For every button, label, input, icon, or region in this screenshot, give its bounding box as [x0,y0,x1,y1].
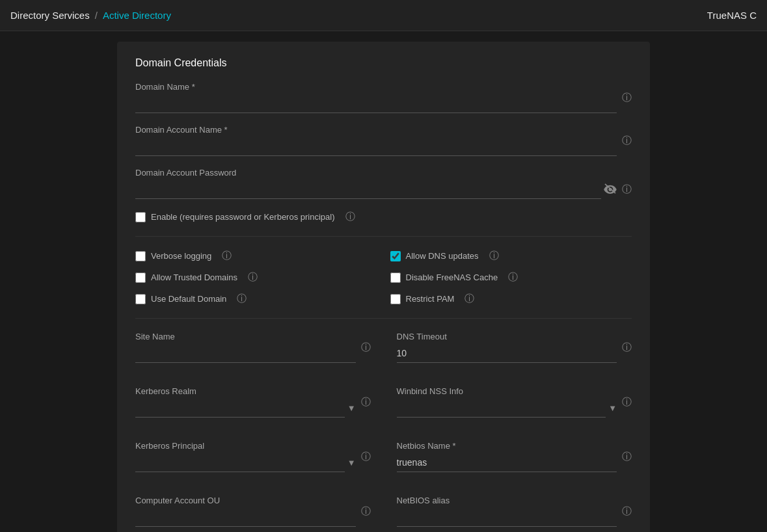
verbose-logging-checkbox[interactable] [135,251,146,261]
advanced-grid: Site Name ⓘ DNS Timeout ⓘ [135,332,632,532]
verbose-logging-help-icon[interactable]: ⓘ [222,250,232,262]
winbind-nss-info-group: Winbind NSS Info ▼ ⓘ [397,386,632,418]
breadcrumb-root[interactable]: Directory Services [10,10,90,21]
domain-name-help-icon[interactable]: ⓘ [622,92,632,104]
kerberos-realm-chevron-icon[interactable]: ▼ [347,403,356,413]
winbind-nss-info-help-icon[interactable]: ⓘ [622,396,632,408]
brand-name: TrueNAS C [707,10,757,21]
netbios-alias-input[interactable] [397,508,617,527]
computer-account-ou-help-icon[interactable]: ⓘ [361,505,371,518]
allow-dns-updates-label: Allow DNS updates [406,251,479,261]
password-visibility-toggle-icon[interactable] [604,183,617,196]
winbind-nss-info-label: Winbind NSS Info [397,386,617,396]
domain-account-name-group: Domain Account Name * ⓘ [135,125,632,156]
domain-account-name-label: Domain Account Name * [135,125,617,135]
domain-name-field-wrap: Domain Name * [135,82,617,113]
enable-checkbox-item[interactable]: Enable (requires password or Kerberos pr… [135,211,632,223]
dns-timeout-group: DNS Timeout ⓘ [397,332,632,363]
divider-1 [135,236,632,237]
allow-trusted-domains-item[interactable]: Allow Trusted Domains ⓘ [135,271,377,284]
kerberos-realm-help-icon[interactable]: ⓘ [361,396,371,408]
breadcrumb-current: Active Directory [103,10,171,21]
kerberos-principal-label: Kerberos Principal [135,441,356,451]
dns-timeout-help-icon[interactable]: ⓘ [622,341,632,354]
domain-name-group: Domain Name * ⓘ [135,82,632,113]
use-default-domain-item[interactable]: Use Default Domain ⓘ [135,293,377,305]
allow-trusted-domains-checkbox[interactable] [135,273,146,283]
netbios-name-help-icon[interactable]: ⓘ [622,451,632,463]
domain-account-password-label: Domain Account Password [135,168,632,178]
enable-checkbox[interactable] [135,212,146,222]
options-checkbox-grid: Verbose logging ⓘ Allow DNS updates ⓘ Al… [135,250,632,305]
winbind-nss-info-dropdown-row: ▼ [397,399,617,418]
netbios-name-label: Netbios Name * [397,441,617,451]
allow-dns-updates-checkbox[interactable] [390,251,401,261]
disable-freenas-cache-checkbox[interactable] [390,273,401,283]
winbind-nss-info-input[interactable] [397,399,606,418]
site-name-input[interactable] [135,344,356,363]
kerberos-principal-dropdown-row: ▼ [135,453,356,472]
netbios-alias-group: NetBIOS alias ⓘ [397,496,632,527]
netbios-name-input[interactable] [397,453,617,472]
divider-2 [135,318,632,319]
domain-name-input[interactable] [135,94,617,113]
form-card: Domain Credentials Domain Name * ⓘ Domai… [117,42,650,532]
netbios-alias-label: NetBIOS alias [397,496,617,505]
disable-freenas-cache-label: Disable FreeNAS Cache [406,273,498,282]
disable-freenas-cache-item[interactable]: Disable FreeNAS Cache ⓘ [390,271,632,284]
restrict-pam-help-icon[interactable]: ⓘ [464,293,474,305]
allow-trusted-domains-help-icon[interactable]: ⓘ [248,271,258,284]
netbios-alias-help-icon[interactable]: ⓘ [622,505,632,518]
kerberos-principal-help-icon[interactable]: ⓘ [361,451,371,463]
kerberos-principal-chevron-icon[interactable]: ▼ [347,458,356,468]
kerberos-realm-input[interactable] [135,399,345,418]
dns-timeout-label: DNS Timeout [397,332,617,341]
kerberos-realm-label: Kerberos Realm [135,386,356,396]
domain-account-password-input[interactable] [135,180,601,199]
enable-group: Enable (requires password or Kerberos pr… [135,211,632,223]
breadcrumb-separator: / [95,10,98,21]
restrict-pam-label: Restrict PAM [406,294,455,304]
site-name-label: Site Name [135,332,356,341]
section-title: Domain Credentials [135,57,632,69]
use-default-domain-help-icon[interactable]: ⓘ [237,293,247,305]
use-default-domain-checkbox[interactable] [135,294,146,304]
kerberos-realm-group: Kerberos Realm ▼ ⓘ [135,386,371,418]
netbios-name-group: Netbios Name * ⓘ [397,441,632,472]
verbose-logging-label: Verbose logging [151,251,211,261]
winbind-nss-info-chevron-icon[interactable]: ▼ [608,403,617,413]
site-name-group: Site Name ⓘ [135,332,371,363]
disable-freenas-cache-help-icon[interactable]: ⓘ [508,271,518,284]
domain-account-name-input[interactable] [135,137,617,156]
enable-label: Enable (requires password or Kerberos pr… [151,212,335,222]
kerberos-principal-group: Kerberos Principal ▼ ⓘ [135,441,371,472]
verbose-logging-item[interactable]: Verbose logging ⓘ [135,250,377,262]
domain-account-name-field-wrap: Domain Account Name * [135,125,617,156]
computer-account-ou-label: Computer Account OU [135,496,356,505]
allow-trusted-domains-label: Allow Trusted Domains [151,273,237,282]
computer-account-ou-group: Computer Account OU ⓘ [135,496,371,527]
allow-dns-updates-item[interactable]: Allow DNS updates ⓘ [390,250,632,262]
kerberos-realm-dropdown-row: ▼ [135,399,356,418]
main-content: Domain Credentials Domain Name * ⓘ Domai… [0,31,767,532]
domain-account-password-help-icon[interactable]: ⓘ [622,183,632,196]
use-default-domain-label: Use Default Domain [151,294,226,304]
enable-help-icon[interactable]: ⓘ [345,211,355,223]
allow-dns-updates-help-icon[interactable]: ⓘ [489,250,499,262]
header: Directory Services / Active Directory Tr… [0,0,767,31]
domain-name-label: Domain Name * [135,82,617,92]
computer-account-ou-input[interactable] [135,508,356,527]
domain-account-password-group: Domain Account Password ⓘ [135,168,632,199]
domain-account-name-help-icon[interactable]: ⓘ [622,135,632,147]
breadcrumb: Directory Services / Active Directory [10,10,171,21]
dns-timeout-input[interactable] [397,344,617,363]
restrict-pam-checkbox[interactable] [390,294,401,304]
site-name-help-icon[interactable]: ⓘ [361,341,371,354]
kerberos-principal-input[interactable] [135,453,345,472]
restrict-pam-item[interactable]: Restrict PAM ⓘ [390,293,632,305]
